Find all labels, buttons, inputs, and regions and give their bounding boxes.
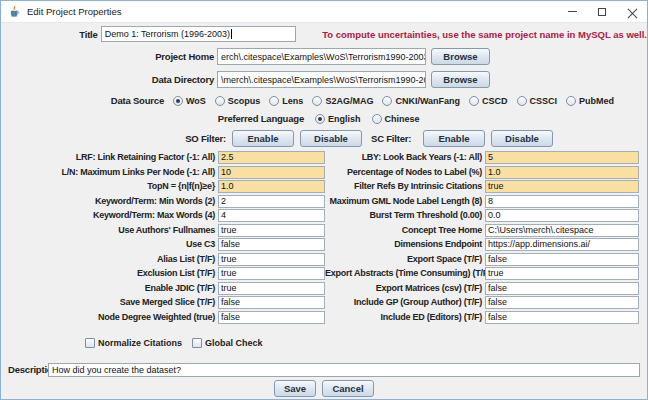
property-value-field[interactable]: false (485, 311, 639, 324)
data-source-option-s2agmag[interactable]: S2AG/MAG (312, 96, 373, 106)
property-value-field[interactable]: 1.0 (485, 166, 639, 179)
description-input[interactable]: How did you create the dataset? (48, 363, 640, 377)
property-value-field[interactable]: false (485, 282, 639, 295)
property-value-field[interactable]: true (218, 282, 325, 295)
data-source-option-pubmed[interactable]: PubMed (566, 96, 614, 106)
property-row-use-c3: Use C3false (3, 238, 325, 251)
title-row: Title Demo 1: Terrorism (1996-2003) To c… (1, 26, 647, 42)
property-value-field[interactable]: false (485, 296, 639, 309)
property-value-field[interactable]: 0.0 (485, 209, 639, 222)
radio-icon (382, 96, 392, 106)
property-row-concept-tree-home: Concept Tree HomeC:\Users\merch\.citespa… (325, 224, 639, 237)
language-option-chinese[interactable]: Chinese (372, 114, 420, 124)
title-input[interactable]: Demo 1: Terrorism (1996-2003) (101, 26, 297, 42)
close-icon (627, 7, 637, 17)
radio-icon (173, 96, 183, 106)
data-source-option-cscd[interactable]: CSCD (469, 96, 508, 106)
radio-icon (269, 96, 279, 106)
data-source-option-cssci[interactable]: CSSCI (517, 96, 558, 106)
data-source-option-wos[interactable]: WoS (173, 96, 206, 106)
property-value-field[interactable]: true (218, 224, 325, 237)
data-directory-label: Data Directory (1, 74, 217, 85)
property-label: Concept Tree Home (325, 224, 485, 237)
so-filter-disable-button[interactable]: Disable (300, 130, 362, 147)
property-value-field[interactable]: 4 (218, 209, 325, 222)
property-value-field[interactable]: true (218, 253, 325, 266)
project-home-browse-button[interactable]: Browse (431, 48, 490, 65)
window-title: Edit Project Properties (27, 6, 557, 17)
property-value-field[interactable]: 2 (218, 195, 325, 208)
property-value-field[interactable]: 2.5 (218, 151, 325, 164)
data-source-option-cnkiwanfang[interactable]: CNKI/WanFang (382, 96, 460, 106)
preferred-language-label: Preferred Language (1, 113, 304, 124)
property-row-export-matrices: Export Matrices (csv) (T/F)false (325, 282, 639, 295)
minimize-icon (568, 11, 577, 12)
property-row-exclusion-list: Exclusion List (T/F)true (3, 267, 325, 280)
data-source-option-scopus[interactable]: Scopus (215, 96, 261, 106)
maximize-icon (598, 8, 606, 16)
property-row-max-words: Keyword/Term: Max Words (4)4 (3, 209, 325, 222)
property-row-burst-threshold: Burst Term Threshold (0.00)0.0 (325, 209, 639, 222)
description-row: Description How did you create the datas… (1, 362, 647, 377)
project-home-input[interactable]: erch\.citespace\Examples\WoS\Terrorism19… (217, 48, 426, 65)
save-button[interactable]: Save (274, 380, 316, 397)
maximize-button[interactable] (587, 1, 617, 22)
action-button-row: Save Cancel (1, 380, 647, 397)
property-value-field[interactable]: false (218, 296, 325, 309)
property-value-field[interactable]: true (218, 267, 325, 280)
property-value-field[interactable]: false (218, 311, 325, 324)
property-value-field[interactable]: 5 (485, 151, 639, 164)
normalize-citations-checkbox[interactable]: Normalize Citations (85, 338, 182, 348)
data-directory-input[interactable]: \merch\.citespace\Examples\WoS\Terrorism… (217, 71, 426, 88)
property-row-include-gp: Include GP (Group Author) (T/F)false (325, 296, 639, 309)
radio-icon (315, 114, 325, 124)
property-row-include-ed: Include ED (Editors) (T/F)false (325, 311, 639, 324)
text-caret (231, 29, 232, 39)
property-value-field[interactable]: false (485, 253, 639, 266)
property-label: TopN = {n|f(n)≥e} (3, 180, 218, 193)
checkbox-icon (192, 338, 202, 348)
data-directory-browse-button[interactable]: Browse (431, 71, 490, 88)
property-row-lrf: LRF: Link Retaining Factor (-1: All)2.5 (3, 151, 325, 164)
property-value-field[interactable]: 10 (218, 166, 325, 179)
data-source-option-lens[interactable]: Lens (269, 96, 303, 106)
global-check-checkbox[interactable]: Global Check (192, 338, 263, 348)
left-property-column: LRF: Link Retaining Factor (-1: All)2.5 … (3, 151, 325, 325)
property-value-field[interactable]: https://app.dimensions.ai/ (485, 238, 639, 251)
property-label: Export Space (T/F) (325, 253, 485, 266)
sc-filter-enable-button[interactable]: Enable (423, 130, 485, 147)
data-source-label: Data Source (1, 95, 164, 106)
property-row-pct-nodes-label: Percentage of Nodes to Label (%)1.0 (325, 166, 639, 179)
close-button[interactable] (617, 1, 647, 22)
minimize-button[interactable] (557, 1, 587, 22)
property-label: Maximum GML Node Label Length (8) (325, 195, 485, 208)
edit-project-properties-dialog: Edit Project Properties Title Demo 1: Te… (0, 0, 648, 400)
property-value-field[interactable]: C:\Users\merch\.citespace (485, 224, 639, 237)
property-label: Burst Term Threshold (0.00) (325, 209, 485, 222)
property-value-field[interactable]: true (485, 180, 639, 193)
property-row-fullnames: Use Authors' Fullnamestrue (3, 224, 325, 237)
property-label: Keyword/Term: Min Words (2) (3, 195, 218, 208)
so-filter-enable-button[interactable]: Enable (232, 130, 294, 147)
project-home-label: Project Home (1, 51, 217, 62)
property-row-save-merged-slice: Save Merged Slice (T/F)false (3, 296, 325, 309)
language-option-english[interactable]: English (315, 114, 361, 124)
property-row-lby: LBY: Look Back Years (-1: All)5 (325, 151, 639, 164)
property-label: Percentage of Nodes to Label (%) (325, 166, 485, 179)
cancel-button[interactable]: Cancel (322, 380, 374, 397)
property-value-field[interactable]: true (485, 267, 639, 280)
property-label: Use C3 (3, 238, 218, 251)
property-row-ln: L/N: Maximum Links Per Node (-1: All)10 (3, 166, 325, 179)
property-label: Use Authors' Fullnames (3, 224, 218, 237)
property-value-field[interactable]: false (218, 238, 325, 251)
property-row-enable-jdic: Enable JDIC (T/F)true (3, 282, 325, 295)
sc-filter-disable-button[interactable]: Disable (491, 130, 553, 147)
property-row-dimensions-endpoint: Dimensions Endpointhttps://app.dimension… (325, 238, 639, 251)
property-value-field[interactable]: 8 (485, 195, 639, 208)
radio-icon (372, 114, 382, 124)
property-value-field[interactable]: 1.0 (218, 180, 325, 193)
window-controls (557, 1, 647, 22)
mysql-warning-note: To compute uncertainties, use the same p… (322, 29, 647, 40)
radio-icon (469, 96, 479, 106)
property-label: Filter Refs By Intrinsic Citations (325, 180, 485, 193)
